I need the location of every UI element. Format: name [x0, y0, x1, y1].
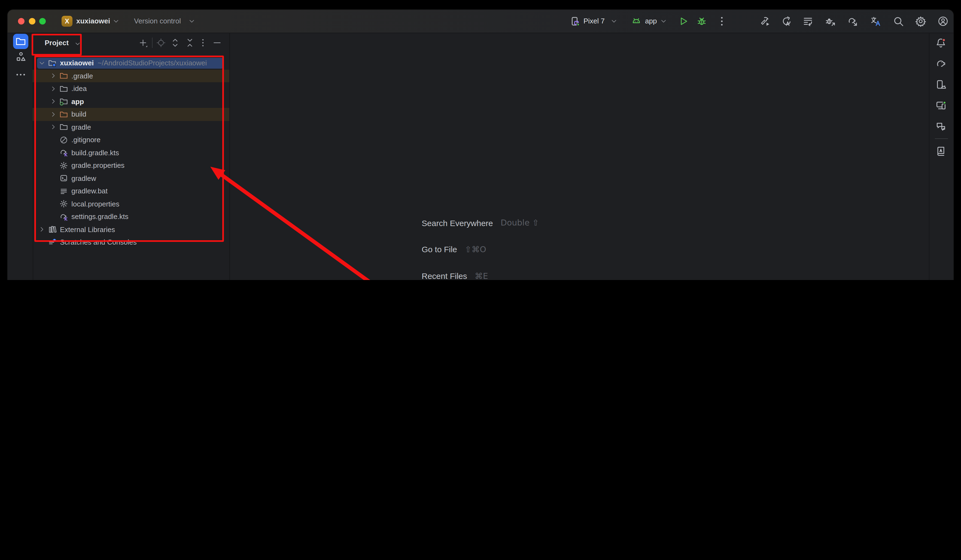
minimize-window-button[interactable]	[29, 18, 35, 24]
build-run-icon[interactable]	[759, 16, 770, 27]
more-vertical-icon[interactable]	[717, 16, 727, 27]
device-selector[interactable]: Pixel 7	[583, 16, 605, 26]
zoom-window-button[interactable]	[39, 18, 46, 24]
text-file-icon	[59, 187, 68, 196]
tree-item-label: .gradle	[71, 72, 93, 80]
project-name-menu[interactable]: xuxiaowei	[76, 16, 110, 26]
tree-item-label: Scratches and Consoles	[60, 238, 137, 247]
profiler-icon[interactable]	[802, 16, 813, 27]
debug-icon[interactable]	[696, 16, 707, 27]
close-window-button[interactable]	[18, 18, 24, 24]
stripe-divider	[935, 138, 948, 139]
sidebar-item-project[interactable]	[13, 34, 28, 49]
search-icon[interactable]	[893, 16, 904, 27]
gradle-kts-icon	[59, 212, 68, 221]
more-tools-icon[interactable]	[15, 69, 26, 80]
android-studio-window: X xuxiaowei Version control Pixel 7 app	[8, 10, 953, 280]
tree-item--gitignore[interactable]: .gitignore	[33, 133, 229, 146]
tree-item-build-gradle-kts[interactable]: build.gradle.kts	[33, 146, 229, 159]
left-tool-stripe	[8, 33, 33, 280]
project-tree: xuxiaowei~/AndroidStudioProjects/xuxiaow…	[33, 33, 229, 280]
notifications-icon[interactable]	[935, 37, 946, 48]
tree-item-app[interactable]: app	[33, 95, 229, 108]
tree-item-scratches-and-consoles[interactable]: Scratches and Consoles	[33, 236, 229, 249]
excluded-folder-icon	[59, 72, 68, 80]
chevron-down-icon	[660, 18, 667, 25]
right-tool-stripe	[929, 33, 953, 280]
module-folder-icon	[59, 97, 68, 106]
project-tool-window: Project xuxiaowei~/AndroidStudioProjects…	[33, 33, 230, 280]
chevron-down-icon	[610, 18, 618, 25]
tree-item-label: .gitignore	[71, 136, 101, 144]
shortcut-label: Go to File	[422, 245, 457, 254]
tree-item-label: gradlew.bat	[71, 187, 108, 195]
ignored-file-icon	[59, 136, 68, 144]
titlebar: X xuxiaowei Version control Pixel 7 app	[8, 10, 953, 33]
tree-item-label: build	[71, 110, 86, 119]
tree-item-path: ~/AndroidStudioProjects/xuxiaowei	[98, 59, 207, 67]
shortcut-keys: ⌘E	[475, 271, 488, 280]
project-tool-icon	[15, 36, 26, 47]
editor-empty-state: Search EverywhereDouble ⇧Go to File⇧⌘ORe…	[230, 33, 929, 280]
chevron-right-icon[interactable]	[50, 98, 57, 106]
gradle-sync-icon[interactable]	[847, 16, 858, 27]
chevron-down-icon	[188, 18, 196, 25]
chevron-right-icon[interactable]	[50, 124, 57, 131]
settings-icon[interactable]	[915, 16, 926, 27]
gradle-icon[interactable]	[935, 58, 946, 69]
tree-item-label: gradle.properties	[71, 162, 124, 170]
chevron-down-icon[interactable]	[38, 59, 46, 67]
shortcut-keys: ⇧⌘O	[465, 244, 486, 254]
tree-item-label: gradle	[71, 123, 91, 131]
tree-item--gradle[interactable]: .gradle	[33, 69, 229, 82]
tree-item-label: app	[71, 98, 84, 106]
properties-icon	[59, 161, 68, 170]
tree-item-label: settings.gradle.kts	[71, 213, 129, 221]
tree-item-label: .idea	[71, 85, 87, 93]
run-configuration-selector[interactable]: app	[645, 16, 657, 26]
shortcut-label: Recent Files	[422, 271, 467, 280]
tree-item-label: build.gradle.kts	[71, 149, 119, 157]
tree-item-gradle-properties[interactable]: gradle.properties	[33, 159, 229, 172]
tree-item-label: xuxiaowei	[60, 59, 94, 67]
shortcut-hint: Search EverywhereDouble ⇧	[422, 217, 539, 229]
tree-item-label: External Libraries	[60, 226, 115, 234]
attach-debugger-icon[interactable]	[825, 16, 836, 27]
android-head-icon	[631, 16, 642, 27]
chevron-right-icon[interactable]	[50, 85, 57, 93]
version-control-menu[interactable]: Version control	[134, 16, 181, 26]
device-manager-icon[interactable]	[935, 79, 946, 90]
chevron-down-icon	[112, 18, 120, 25]
running-devices-icon[interactable]	[935, 99, 946, 110]
dictionary-icon[interactable]	[935, 145, 946, 156]
tree-item-gradlew[interactable]: gradlew	[33, 172, 229, 185]
tree-item-gradle[interactable]: gradle	[33, 121, 229, 133]
chevron-right-icon[interactable]	[38, 226, 46, 233]
tree-item-xuxiaowei[interactable]: xuxiaowei~/AndroidStudioProjects/xuxiaow…	[33, 57, 229, 69]
shortcut-hint: Recent Files⌘E	[422, 270, 488, 280]
tree-item--idea[interactable]: .idea	[33, 82, 229, 95]
shell-file-icon	[59, 174, 68, 183]
tree-item-settings-gradle-kts[interactable]: settings.gradle.kts	[33, 210, 229, 223]
run-icon[interactable]	[678, 16, 689, 27]
translate-icon[interactable]	[870, 16, 881, 27]
scratches-icon	[48, 238, 57, 247]
libraries-icon	[48, 225, 57, 234]
structure-tool-icon[interactable]	[15, 51, 26, 62]
device-icon[interactable]	[569, 16, 580, 27]
ai-rename-icon[interactable]	[781, 16, 792, 27]
account-icon[interactable]	[938, 16, 948, 27]
properties-icon	[59, 200, 68, 209]
gemini-icon[interactable]	[935, 121, 946, 132]
tree-item-gradlew-bat[interactable]: gradlew.bat	[33, 185, 229, 197]
project-badge: X	[61, 16, 72, 27]
tree-item-external-libraries[interactable]: External Libraries	[33, 223, 229, 236]
tree-item-local-properties[interactable]: local.properties	[33, 197, 229, 210]
chevron-right-icon[interactable]	[50, 111, 57, 118]
tree-item-label: gradlew	[71, 174, 96, 183]
chevron-right-icon[interactable]	[50, 72, 57, 80]
shortcut-keys: Double ⇧	[501, 218, 539, 228]
tree-item-label: local.properties	[71, 200, 119, 208]
tree-item-build[interactable]: build	[33, 108, 229, 121]
desktop: X xuxiaowei Version control Pixel 7 app	[0, 0, 961, 280]
